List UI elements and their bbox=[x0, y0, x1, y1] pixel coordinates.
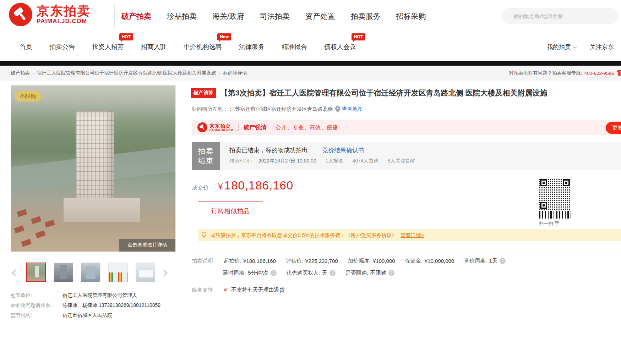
thumbnail[interactable] bbox=[81, 263, 100, 282]
service-support-label: 服务支持 bbox=[192, 287, 213, 293]
location-row: 标的物所在地： 江苏宿迁市宿城区宿迁经济开发区青岛路北侧 查看地图 bbox=[192, 106, 363, 112]
auction-status: 拍卖 结束 拍卖已结束，标的物成功拍出 竞价结果确认书 结束时间： 2022年1… bbox=[192, 142, 621, 170]
help-icon[interactable]: ? bbox=[500, 258, 506, 264]
chevron-down-icon bbox=[573, 44, 577, 48]
sub-nav-right: 我的拍卖 关注京东 bbox=[547, 33, 614, 61]
hot-badge: HOT bbox=[119, 33, 133, 40]
banner-slogan: 公开、专业、高效、便捷 bbox=[276, 124, 338, 131]
logo-divider bbox=[114, 5, 115, 27]
disposal-unit-row: 处置单位: 宿迁工人医院管理有限公司管理人 bbox=[11, 290, 176, 300]
sub-nav-item-agency[interactable]: 中介机构选聘 New bbox=[184, 43, 222, 51]
service-fee-notice: 成功获拍后，京东平台将收取您成交价0.5%的技术服务费；《用户竞买服务协议》 查… bbox=[198, 229, 621, 241]
next-thumbnail-button[interactable]: › bbox=[158, 262, 169, 282]
lightbulb-icon bbox=[201, 232, 207, 239]
breadcrumb-item-detail: 标的物详情 bbox=[223, 70, 247, 76]
more-button[interactable]: 更多 bbox=[606, 122, 621, 134]
bid-cycle-value: 1天 bbox=[489, 258, 497, 264]
top-nav-item-customs[interactable]: 海关/政府 bbox=[212, 11, 244, 21]
priority-buyer-value: 无 bbox=[322, 270, 327, 276]
supervisor-row: 监管机构: 宿迁市宿城区人民法院 bbox=[11, 310, 176, 320]
hotline-number[interactable]: 400-622-9586 bbox=[584, 71, 614, 76]
supervisor-value: 宿迁市宿城区人民法院 bbox=[62, 310, 112, 320]
final-price-row: 成交价 ¥ 180,186,160 bbox=[192, 179, 293, 192]
top-nav-item-bidding[interactable]: 招标采购 bbox=[396, 11, 426, 21]
qr-caption: 扫一扫 手 bbox=[539, 221, 571, 227]
breadcrumb: 破产拍卖 › 宿迁工人医院管理有限公司位于宿迁经济开发区青岛路北侧 医院大楼及相… bbox=[11, 66, 247, 81]
start-price-value: ¥180,186,160 bbox=[243, 258, 276, 264]
supervisor-label: 监管机构: bbox=[11, 310, 62, 320]
location-label: 标的物所在地： bbox=[192, 106, 228, 112]
appraisal-price-value: ¥225,232,700 bbox=[305, 258, 338, 264]
header: 京东拍卖 PAIMAI.JD.COM 破产拍卖 珍品拍卖 海关/政府 司法拍卖 … bbox=[0, 0, 621, 33]
breadcrumb-separator: › bbox=[33, 71, 34, 76]
top-nav-item-services[interactable]: 拍卖服务 bbox=[351, 11, 381, 21]
top-nav-item-treasure[interactable]: 珍品拍卖 bbox=[167, 11, 197, 21]
jd-paimai-logo[interactable]: 京东拍卖 PAIMAI.JD.COM bbox=[9, 3, 91, 26]
currency-symbol: ¥ bbox=[218, 182, 223, 191]
gallery-column: 不限购 点击查看图片详情 ‹ › 处置单位: 宿迁工人医院管理有限公司管理人 标… bbox=[11, 85, 176, 252]
status-message: 拍卖已结束，标的物成功拍出 bbox=[229, 146, 308, 154]
top-nav-item-bankruptcy[interactable]: 破产拍卖 bbox=[121, 11, 151, 21]
view-image-detail-overlay[interactable]: 点击查看图片详情 bbox=[119, 239, 175, 252]
help-icon[interactable]: ? bbox=[329, 270, 336, 276]
increment-value: ¥100,000 bbox=[373, 258, 395, 264]
top-nav-item-judicial[interactable]: 司法拍卖 bbox=[260, 11, 290, 21]
help-icon[interactable]: ? bbox=[271, 270, 277, 276]
breadcrumb-item-listing[interactable]: 宿迁工人医院管理有限公司位于宿迁经济开发区青岛路北侧 医院大楼及相关附属设施 bbox=[37, 70, 216, 76]
bankruptcy-liquidation-badge: 破产清算 bbox=[191, 88, 216, 98]
divider bbox=[192, 282, 621, 282]
photo-building-shape bbox=[76, 111, 114, 200]
view-map-link[interactable]: 查看地图 bbox=[342, 106, 363, 112]
phone-icon: ☎ bbox=[616, 69, 621, 77]
final-price-label: 成交价 bbox=[192, 184, 209, 192]
map-pin-icon bbox=[335, 106, 340, 112]
auction-params-row2: 延时周期: 5分钟/次 ? 优先购买权人: 无 ? 是否限购: 不限购 ? bbox=[192, 270, 394, 276]
header-divider-bar bbox=[0, 61, 621, 66]
delay-cycle-label: 延时周期: bbox=[223, 270, 246, 276]
banner-tag: 破产强清 bbox=[244, 124, 266, 131]
listing-photo[interactable]: 不限购 点击查看图片详情 bbox=[11, 85, 176, 252]
jd-gavel-icon bbox=[197, 122, 207, 132]
brand-domain: PAIMAI.JD.COM bbox=[37, 18, 91, 25]
bid-cycle-label: 竞价周期: bbox=[464, 258, 487, 264]
divider bbox=[192, 253, 621, 253]
sub-header: 首页 拍卖公告 投资人招募 HOT 招商入驻 中介机构选聘 New 法律服务 精… bbox=[0, 33, 621, 61]
sub-nav-item-matching[interactable]: 精准撮合 bbox=[282, 43, 307, 51]
bid-result-confirmation-link[interactable]: 竞价结果确认书 bbox=[322, 146, 364, 154]
notice-detail-link[interactable]: 查看详情> bbox=[401, 232, 424, 239]
thumbnail[interactable] bbox=[136, 263, 155, 282]
breadcrumb-separator: › bbox=[219, 71, 220, 76]
prev-thumbnail-button[interactable]: ‹ bbox=[11, 262, 21, 282]
subscribe-similar-button[interactable]: 订阅相似拍品 bbox=[198, 202, 263, 220]
sub-nav-item-legal[interactable]: 法律服务 bbox=[239, 43, 265, 51]
increment-label: 加价幅度: bbox=[348, 258, 371, 264]
sub-nav-item-investors[interactable]: 投资人招募 HOT bbox=[92, 43, 124, 51]
my-auction-dropdown[interactable]: 我的拍卖 bbox=[547, 43, 576, 51]
brand-name: 京东拍卖 bbox=[37, 4, 91, 18]
watcher-count: 4674人围观 bbox=[352, 158, 378, 164]
top-nav-item-assets[interactable]: 资产处置 bbox=[305, 11, 335, 21]
hot-badge: HOT bbox=[352, 33, 365, 40]
breadcrumb-item-category[interactable]: 破产拍卖 bbox=[11, 70, 30, 76]
service-hotline: 对拍卖流程有问题？拍卖客服专线: 400-622-9586 ☎ bbox=[509, 66, 621, 81]
photo-podium-shape bbox=[64, 198, 140, 224]
auction-params-row1: 拍卖说明 起拍价: ¥180,186,160 评估价: ¥225,232,700… bbox=[192, 258, 506, 264]
new-badge: New bbox=[217, 33, 231, 40]
thumbnail[interactable] bbox=[54, 263, 73, 282]
help-icon[interactable]: ? bbox=[388, 270, 394, 276]
thumbnail[interactable] bbox=[26, 263, 46, 282]
follow-jd-link[interactable]: 关注京东 bbox=[590, 43, 614, 51]
sub-nav-item-home[interactable]: 首页 bbox=[20, 43, 32, 51]
sub-nav-item-merchants[interactable]: 招商入驻 bbox=[141, 43, 167, 51]
qr-code bbox=[539, 178, 571, 210]
purchase-limit-label: 是否限购: bbox=[345, 270, 368, 276]
priority-buyer-label: 优先购买权人: bbox=[287, 270, 320, 276]
sub-nav: 首页 拍卖公告 投资人招募 HOT 招商入驻 中介机构选聘 New 法律服务 精… bbox=[20, 33, 356, 61]
sub-nav-item-creditors[interactable]: 债权人会议 HOT bbox=[324, 43, 356, 51]
purchase-limit-value: 不限购 bbox=[370, 270, 386, 276]
sub-nav-item-announcements[interactable]: 拍卖公告 bbox=[49, 43, 75, 51]
auction-ended-badge: 拍卖 结束 bbox=[192, 142, 220, 170]
search-input[interactable] bbox=[501, 8, 619, 24]
breadcrumb-bar: 破产拍卖 › 宿迁工人医院管理有限公司位于宿迁经济开发区青岛路北侧 医院大楼及相… bbox=[0, 66, 621, 81]
thumbnail[interactable] bbox=[108, 263, 128, 282]
